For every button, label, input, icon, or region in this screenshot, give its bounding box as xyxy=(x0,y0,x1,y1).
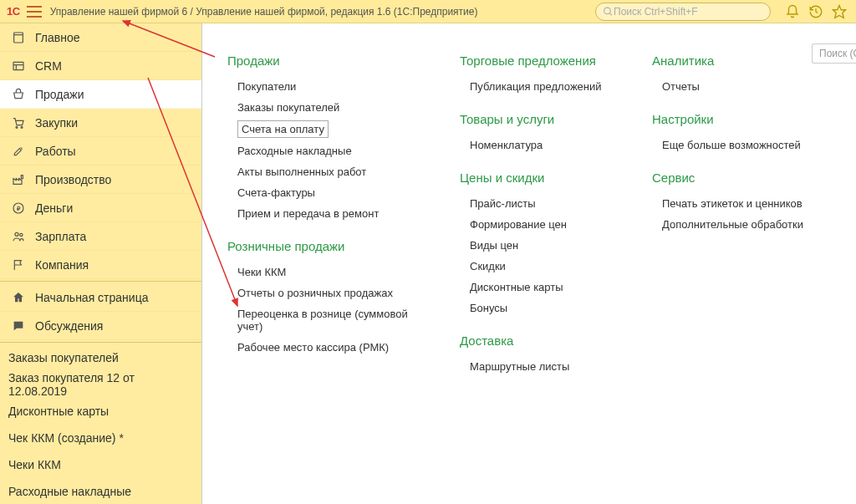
global-search[interactable] xyxy=(595,3,771,21)
sidebar: ГлавноеCRMПродажиЗакупкиРаботыПроизводст… xyxy=(0,23,202,504)
sidebar-item-6[interactable]: ₽Деньги xyxy=(0,194,201,222)
sidebar-item-label: Зарплата xyxy=(35,230,86,243)
link-item[interactable]: Еще больше возможностей xyxy=(652,135,806,155)
sidebar-item-8[interactable]: Компания xyxy=(0,251,201,279)
sidebar-item-2[interactable]: Продажи xyxy=(0,80,201,109)
svg-point-8 xyxy=(16,126,18,128)
sidebar-item-4[interactable]: Работы xyxy=(0,137,201,165)
svg-line-1 xyxy=(609,13,612,15)
sidebar-sub2-3[interactable]: Чек ККМ (создание) * xyxy=(0,425,201,451)
link-item[interactable]: Прайс-листы xyxy=(460,193,622,214)
svg-marker-2 xyxy=(833,5,846,18)
link-item[interactable]: Бонусы xyxy=(460,298,622,318)
star-icon[interactable] xyxy=(831,3,848,20)
home-icon xyxy=(10,290,27,305)
people-icon xyxy=(10,229,27,244)
group-title[interactable]: Цены и скидки xyxy=(460,171,622,185)
link-item[interactable]: Публикация предложений xyxy=(460,76,622,97)
sidebar-item-label: Закупки xyxy=(35,116,78,130)
group-title[interactable]: Торговые предложения xyxy=(460,53,622,68)
link-item[interactable]: Переоценка в рознице (суммовой учет) xyxy=(227,303,430,337)
svg-text:₽: ₽ xyxy=(17,204,21,211)
chat-icon xyxy=(10,318,27,333)
sidebar-item-label: Деньги xyxy=(35,201,73,215)
sidebar-item-label: Производство xyxy=(35,173,111,186)
app-logo: 1C xyxy=(7,5,20,18)
tools-icon xyxy=(10,144,27,159)
sidebar-item-5[interactable]: Производство xyxy=(0,165,201,194)
sidebar-sub1-1[interactable]: Обсуждения xyxy=(0,312,201,340)
crm-icon xyxy=(10,59,27,74)
group-title[interactable]: Сервис xyxy=(652,171,806,185)
link-item[interactable]: Рабочее место кассира (РМК) xyxy=(227,337,430,358)
link-item[interactable]: Дополнительные обработки xyxy=(652,214,806,235)
link-item[interactable]: Виды цен xyxy=(460,235,622,256)
sidebar-item-label: Главное xyxy=(35,31,80,44)
group-title[interactable]: Доставка xyxy=(460,333,622,348)
link-item[interactable]: Акты выполненных работ xyxy=(227,161,430,182)
link-item[interactable]: Отчеты xyxy=(652,76,806,97)
basket-icon xyxy=(10,87,27,102)
link-item[interactable]: Чеки ККМ xyxy=(227,262,430,283)
link-item[interactable]: Отчеты о розничных продажах xyxy=(227,283,430,303)
sidebar-item-3[interactable]: Закупки xyxy=(0,109,201,137)
svg-point-0 xyxy=(604,8,611,14)
sidebar-item-label: Продажи xyxy=(35,88,84,101)
app-header: 1C Управление нашей фирмой 6 / Управлени… xyxy=(0,0,856,23)
link-item[interactable]: Дисконтные карты xyxy=(460,277,622,298)
svg-point-14 xyxy=(20,233,23,236)
search-icon xyxy=(603,6,614,18)
sidebar-item-label: Начальная страница xyxy=(35,291,148,304)
link-item[interactable]: Счета на оплату xyxy=(237,120,329,138)
group-title[interactable]: Настройки xyxy=(652,112,806,126)
link-item[interactable]: Номенклатура xyxy=(460,135,622,155)
link-item[interactable]: Маршрутные листы xyxy=(460,356,622,377)
hamburger-icon[interactable] xyxy=(27,6,42,18)
sidebar-item-0[interactable]: Главное xyxy=(0,23,201,52)
group-title[interactable]: Аналитика xyxy=(652,53,806,68)
link-item[interactable]: Расходные накладные xyxy=(227,140,430,161)
link-item[interactable]: Прием и передача в ремонт xyxy=(227,203,430,224)
app-title: Управление нашей фирмой 6 / Управление н… xyxy=(50,6,478,18)
svg-rect-5 xyxy=(13,62,23,69)
svg-point-9 xyxy=(21,126,23,128)
book-icon xyxy=(10,30,27,45)
panel-search[interactable]: Поиск (C xyxy=(812,43,856,64)
link-item[interactable]: Печать этикеток и ценников xyxy=(652,193,806,214)
cart-icon xyxy=(10,115,27,130)
factory-icon xyxy=(10,172,27,187)
bell-icon[interactable] xyxy=(784,3,801,20)
group-title[interactable]: Продажи xyxy=(227,53,430,68)
sidebar-sub2-2[interactable]: Дисконтные карты xyxy=(0,398,201,425)
sidebar-item-label: Работы xyxy=(35,145,76,158)
sidebar-item-label: Компания xyxy=(35,258,89,272)
sidebar-item-label: CRM xyxy=(35,59,62,73)
link-item[interactable]: Заказы покупателей xyxy=(227,97,430,118)
history-icon[interactable] xyxy=(808,3,824,20)
ruble-icon: ₽ xyxy=(10,201,27,216)
sidebar-sub2-0[interactable]: Заказы покупателей xyxy=(0,344,201,371)
svg-point-13 xyxy=(15,232,18,236)
sidebar-sub2-1[interactable]: Заказ покупателя 12 от 12.08.2019 xyxy=(0,371,201,398)
sidebar-sub1-0[interactable]: Начальная страница xyxy=(0,283,201,312)
sidebar-sub2-4[interactable]: Чеки ККМ xyxy=(0,451,201,478)
search-input[interactable] xyxy=(614,6,763,18)
flag-icon xyxy=(10,257,27,272)
link-item[interactable]: Скидки xyxy=(460,256,622,277)
link-item[interactable]: Формирование цен xyxy=(460,214,622,235)
group-title[interactable]: Розничные продажи xyxy=(227,239,430,253)
main-panel: Поиск (C ПродажиПокупателиЗаказы покупат… xyxy=(202,23,856,504)
sidebar-item-1[interactable]: CRM xyxy=(0,52,201,80)
sidebar-item-7[interactable]: Зарплата xyxy=(0,222,201,251)
group-title[interactable]: Товары и услуги xyxy=(460,112,622,126)
svg-rect-3 xyxy=(14,33,23,43)
sidebar-item-label: Обсуждения xyxy=(35,319,103,333)
link-item[interactable]: Покупатели xyxy=(227,76,430,97)
svg-rect-10 xyxy=(21,175,23,178)
link-item[interactable]: Счета-фактуры xyxy=(227,182,430,203)
sidebar-sub2-5[interactable]: Расходные накладные xyxy=(0,478,201,504)
